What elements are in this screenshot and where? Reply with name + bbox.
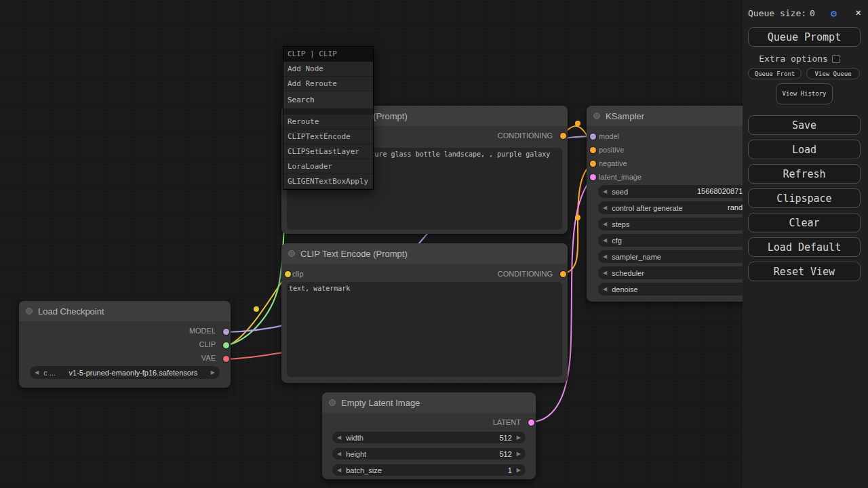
widget-label: width — [346, 434, 363, 442]
latent-output-dot[interactable] — [528, 420, 534, 426]
model-output-dot[interactable] — [223, 329, 229, 335]
menu-item-cliptextencode[interactable]: CLIPTextEncode — [283, 129, 373, 144]
node-header[interactable]: CLIP Text Encode (Prompt) — [281, 243, 568, 264]
widget-label: height — [346, 450, 366, 458]
ckpt-name-widget[interactable]: ◀ c ... v1-5-pruned-emaonly-fp16.safeten… — [30, 366, 220, 379]
height-widget[interactable]: ◀ height 512 ▶ — [332, 448, 526, 460]
save-button[interactable]: Save — [748, 115, 861, 135]
arrow-right-icon[interactable]: ▶ — [517, 451, 521, 457]
menu-item-search[interactable]: Search — [283, 92, 373, 109]
clear-button[interactable]: Clear — [748, 213, 861, 232]
widget-label: scheduler — [612, 269, 644, 277]
model-input-dot[interactable] — [590, 134, 596, 140]
output-label-vae: VAE — [201, 354, 216, 363]
view-history-button[interactable]: View History — [776, 83, 833, 104]
arrow-left-icon[interactable]: ◀ — [603, 270, 607, 276]
collapse-dot-icon[interactable] — [26, 308, 33, 314]
input-label-model: model — [599, 132, 619, 141]
output-label-model: MODEL — [189, 327, 216, 336]
menu-item-clipsetlastlayer[interactable]: CLIPSetLastLayer — [283, 144, 373, 159]
output-label-conditioning: CONDITIONING — [498, 270, 553, 279]
wire-midpoint-dot-clip — [254, 306, 259, 312]
settings-gear-icon[interactable]: ⚙ — [831, 7, 837, 20]
arrow-left-icon[interactable]: ◀ — [603, 287, 607, 292]
clipspace-button[interactable]: Clipspace — [748, 188, 861, 208]
prompt-textarea[interactable]: text, watermark — [287, 282, 562, 377]
extra-options-checkbox[interactable] — [832, 55, 840, 63]
main-menu-panel: Queue size:0 ⚙ ✕ Queue Prompt Extra opti… — [743, 0, 868, 488]
node-graph-canvas[interactable]: Load Checkpoint MODEL CLIP VAE ◀ c ... v… — [0, 0, 868, 488]
wire-midpoint-dot-positive — [575, 121, 580, 126]
input-label-latent-image: latent_image — [599, 173, 642, 182]
widget-label: seed — [612, 188, 628, 196]
collapse-dot-icon[interactable] — [593, 113, 600, 119]
view-queue-button[interactable]: View Queue — [806, 68, 860, 79]
input-label-clip: clip — [292, 270, 304, 279]
arrow-left-icon[interactable]: ◀ — [603, 254, 607, 260]
conditioning-output-dot[interactable] — [560, 271, 566, 277]
menu-item-reroute[interactable]: Reroute — [283, 115, 373, 129]
node-load-checkpoint[interactable]: Load Checkpoint MODEL CLIP VAE ◀ c ... v… — [19, 301, 231, 388]
widget-label: batch_size — [346, 466, 382, 474]
widget-value: 15668020871 — [697, 187, 743, 195]
queue-prompt-button[interactable]: Queue Prompt — [748, 27, 861, 47]
node-clip-text-encode-bottom[interactable]: CLIP Text Encode (Prompt) clip CONDITION… — [281, 243, 568, 383]
node-header[interactable]: Empty Latent Image — [322, 392, 536, 413]
widget-label: control after generate — [612, 204, 683, 212]
extra-options-row: Extra options — [743, 54, 856, 64]
arrow-left-icon[interactable]: ◀ — [603, 238, 607, 243]
node-title: KSampler — [606, 111, 644, 121]
arrow-left-icon[interactable]: ◀ — [35, 370, 39, 375]
widget-label: sampler_name — [612, 253, 661, 261]
node-title: Load Checkpoint — [38, 306, 104, 317]
load-default-button[interactable]: Load Default — [748, 237, 861, 257]
queue-size-label: Queue size:0 — [748, 8, 815, 18]
batch-size-widget[interactable]: ◀ batch_size 1 ▶ — [332, 464, 526, 476]
menu-separator — [283, 109, 373, 115]
menu-item-loraloader[interactable]: LoraLoader — [283, 159, 373, 174]
queue-count: 0 — [810, 8, 815, 18]
clip-input-dot[interactable] — [285, 271, 291, 277]
conditioning-output-dot[interactable] — [560, 133, 566, 139]
widget-value: 512 — [499, 434, 511, 442]
close-icon[interactable]: ✕ — [856, 7, 861, 18]
refresh-button[interactable]: Refresh — [748, 164, 861, 184]
widget-label: steps — [612, 220, 629, 228]
widget-label: denoise — [612, 285, 638, 293]
menu-item-add-node[interactable]: Add Node — [283, 62, 373, 77]
node-title: CLIP Text Encode (Prompt) — [300, 249, 408, 259]
node-empty-latent-image[interactable]: Empty Latent Image LATENT ◀ width 512 ▶ … — [322, 392, 536, 479]
arrow-left-icon[interactable]: ◀ — [603, 189, 607, 195]
wire-midpoint-dot-negative — [575, 215, 580, 220]
collapse-dot-icon[interactable] — [329, 399, 336, 406]
node-header[interactable]: Load Checkpoint — [19, 301, 231, 321]
wire-drag-link — [226, 186, 285, 346]
arrow-right-icon[interactable]: ▶ — [517, 468, 521, 473]
widget-label: cfg — [612, 237, 622, 245]
width-widget[interactable]: ◀ width 512 ▶ — [332, 432, 526, 443]
arrow-right-icon[interactable]: ▶ — [517, 435, 521, 441]
arrow-left-icon[interactable]: ◀ — [603, 222, 607, 227]
widget-value: 1 — [508, 466, 512, 474]
load-button[interactable]: Load — [748, 140, 861, 159]
clip-output-dot[interactable] — [223, 342, 229, 348]
collapse-dot-icon[interactable] — [288, 250, 295, 257]
menu-item-gligentextboxapply[interactable]: GLIGENTextBoxApply — [283, 174, 373, 189]
vae-output-dot[interactable] — [223, 356, 229, 362]
arrow-left-icon[interactable]: ◀ — [603, 205, 607, 211]
queue-front-button[interactable]: Queue Front — [748, 68, 802, 79]
positive-input-dot[interactable] — [590, 147, 596, 153]
arrow-left-icon[interactable]: ◀ — [337, 451, 341, 457]
menu-item-add-reroute[interactable]: Add Reroute — [283, 77, 373, 92]
input-label-positive: positive — [599, 146, 624, 155]
context-menu: CLIP | CLIP Add Node Add Reroute Search … — [283, 46, 374, 190]
latent-image-input-dot[interactable] — [590, 174, 596, 180]
negative-input-dot[interactable] — [590, 161, 596, 167]
arrow-right-icon[interactable]: ▶ — [211, 370, 215, 375]
reset-view-button[interactable]: Reset View — [748, 262, 861, 281]
widget-label: c ... — [43, 369, 56, 377]
input-label-negative: negative — [599, 159, 627, 168]
arrow-left-icon[interactable]: ◀ — [337, 435, 341, 441]
node-title: Empty Latent Image — [341, 398, 420, 408]
arrow-left-icon[interactable]: ◀ — [337, 468, 341, 473]
